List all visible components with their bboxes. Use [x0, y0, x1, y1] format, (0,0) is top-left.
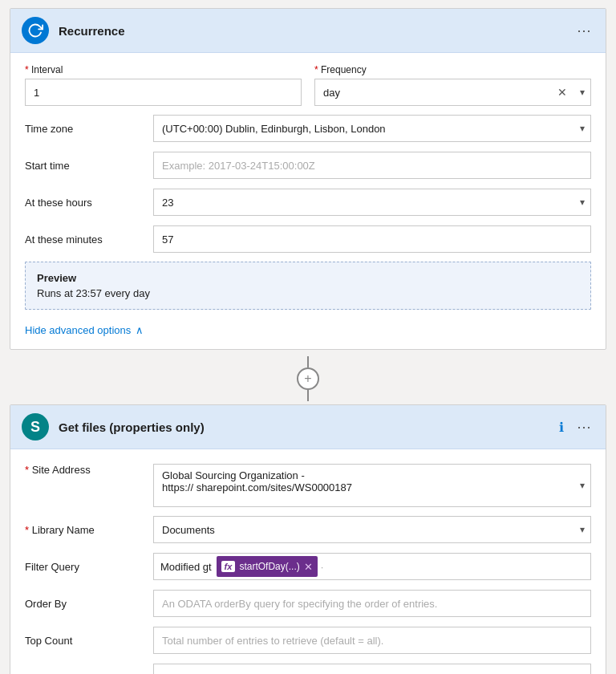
frequency-select-wrapper: ✕ ▾	[314, 79, 591, 106]
recurrence-more-button[interactable]: ⋯	[573, 22, 594, 39]
preview-box: Preview Runs at 23:57 every day	[25, 262, 591, 310]
frequency-required-star: *	[314, 64, 321, 75]
getfiles-card: S Get files (properties only) ℹ ⋯ * Site…	[10, 404, 606, 674]
theseminutes-input[interactable]	[153, 225, 591, 253]
interval-input[interactable]	[25, 79, 302, 106]
siteaddress-label: * Site Address	[25, 464, 153, 476]
libraryname-input[interactable]	[153, 516, 591, 543]
recurrence-hide-options[interactable]: Hide advanced options ∧	[25, 319, 591, 338]
getfiles-more-button[interactable]: ⋯	[573, 418, 594, 436]
frequency-input[interactable]	[314, 79, 591, 106]
preview-title: Preview	[37, 272, 579, 284]
add-step-button[interactable]: +	[297, 367, 319, 390]
topcount-label: Top Count	[25, 635, 153, 647]
recurrence-icon	[22, 17, 49, 44]
orderby-row: Order By	[25, 589, 591, 618]
frequency-label: Frequency	[321, 64, 367, 75]
libraryname-label: * Library Name	[25, 524, 153, 536]
limitcols-row: Limit Columns by View ▾	[25, 663, 591, 674]
athesehours-input[interactable]	[153, 189, 591, 216]
getfiles-body: * Site Address Global Sourcing Organizat…	[10, 449, 606, 674]
timezone-select-wrapper: ▾	[153, 115, 591, 142]
timezone-input[interactable]	[153, 115, 591, 142]
connector-line-top	[307, 356, 309, 367]
interval-required-star: *	[25, 64, 31, 75]
getfiles-info-button[interactable]: ℹ	[559, 420, 564, 435]
recurrence-hide-chevron-icon: ∧	[136, 324, 144, 336]
filterquery-input[interactable]: Modified gt fx startOfDay(...) ✕ ·	[153, 553, 591, 580]
siteaddress-row: * Site Address Global Sourcing Organizat…	[25, 461, 591, 507]
frequency-clear-button[interactable]: ✕	[557, 86, 567, 99]
theseminutes-label: At these minutes	[25, 233, 153, 246]
connector-line-bottom	[307, 390, 309, 401]
filterquery-token-text: startOfDay(...)	[239, 561, 299, 572]
starttime-input[interactable]	[153, 152, 591, 179]
limitcols-label: Limit Columns by View	[25, 672, 153, 675]
interval-label: Interval	[31, 64, 63, 75]
athesehours-row: At these hours ▾	[25, 188, 591, 217]
theseminutes-row: At these minutes	[25, 225, 591, 254]
orderby-label: Order By	[25, 598, 153, 610]
libraryname-row: * Library Name ▾	[25, 515, 591, 544]
getfiles-title: Get files (properties only)	[59, 420, 559, 434]
preview-text: Runs at 23:57 every day	[37, 287, 579, 299]
recurrence-card: Recurrence ⋯ * Interval * Frequency	[10, 8, 606, 350]
starttime-row: Start time	[25, 151, 591, 180]
siteaddress-line1: Global Sourcing Organization -	[162, 469, 561, 481]
recurrence-header: Recurrence ⋯	[10, 9, 606, 53]
recurrence-title: Recurrence	[59, 24, 573, 38]
siteaddress-line2: https:// sharepoint.com/sites/WS0000187	[162, 481, 561, 493]
topcount-row: Top Count	[25, 626, 591, 655]
starttime-label: Start time	[25, 160, 153, 172]
filterquery-row: Filter Query Modified gt fx startOfDay(.…	[25, 552, 591, 581]
fx-icon: fx	[221, 561, 236, 572]
recurrence-hide-label: Hide advanced options	[25, 324, 131, 336]
libraryname-select-wrapper: ▾	[153, 516, 591, 543]
timezone-label: Time zone	[25, 123, 153, 135]
recurrence-header-actions: ⋯	[573, 22, 594, 39]
athesehours-label: At these hours	[25, 197, 153, 209]
recurrence-body: * Interval * Frequency ✕ ▾ Time zone	[10, 53, 606, 349]
siteaddress-select-wrapper: Global Sourcing Organization - https:// …	[153, 464, 591, 507]
sharepoint-icon: S	[22, 413, 49, 441]
filterquery-label: Filter Query	[25, 561, 153, 573]
siteaddress-required-star: *	[25, 464, 32, 476]
filterquery-prefix: Modified gt	[160, 561, 212, 573]
limitcols-select-wrapper: ▾	[153, 664, 591, 674]
filterquery-suffix: ·	[321, 561, 324, 573]
filterquery-token-close[interactable]: ✕	[304, 561, 313, 573]
filterquery-token: fx startOfDay(...) ✕	[217, 556, 318, 577]
libraryname-required-star: *	[25, 524, 32, 536]
getfiles-header: S Get files (properties only) ℹ ⋯	[10, 405, 606, 449]
siteaddress-display[interactable]: Global Sourcing Organization - https:// …	[153, 464, 591, 507]
topcount-input[interactable]	[153, 627, 591, 654]
getfiles-header-actions: ℹ ⋯	[559, 418, 594, 436]
limitcols-input[interactable]	[153, 664, 591, 674]
timezone-row: Time zone ▾	[25, 114, 591, 143]
connector: +	[297, 353, 319, 404]
athesehours-select-wrapper: ▾	[153, 189, 591, 216]
orderby-input[interactable]	[153, 590, 591, 617]
